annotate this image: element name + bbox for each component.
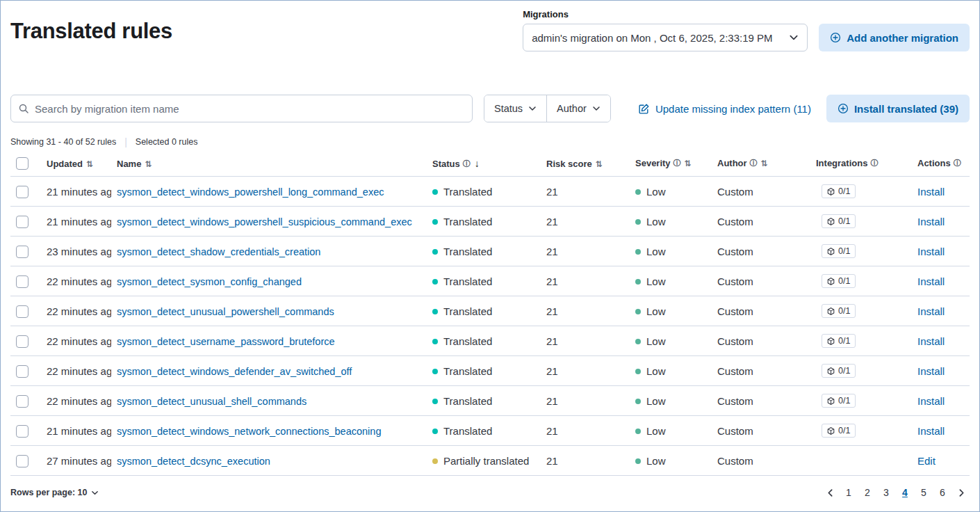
integrations-badge[interactable]: 0/1 [822,424,856,438]
package-icon [827,367,835,375]
chevron-down-icon [91,489,99,497]
search-input[interactable] [35,103,465,115]
column-header-status[interactable]: Statusⓘ↓ [427,152,541,177]
integrations-badge[interactable]: 0/1 [822,274,856,288]
author-cell: Custom [717,395,753,407]
rule-name-link[interactable]: sysmon_detect_windows_powershell_suspici… [117,216,412,227]
summary-divider: | [124,136,127,147]
row-action-link[interactable]: Install [917,395,945,407]
column-header-severity[interactable]: Severityⓘ⇅ [630,152,712,177]
row-checkbox[interactable] [16,275,28,288]
add-migration-button[interactable]: Add another migration [819,24,970,51]
page-button-2[interactable]: 2 [859,484,876,501]
row-checkbox[interactable] [16,246,28,258]
previous-page-button[interactable] [822,484,838,501]
row-action-link[interactable]: Edit [917,455,936,467]
migrations-row: admin's migration on Mon , Oct 6, 2025, … [523,24,970,51]
row-checkbox[interactable] [16,425,28,438]
author-cell: Custom [717,335,753,347]
row-checkbox[interactable] [16,335,28,348]
rule-name-link[interactable]: sysmon_detect_windows_network_connection… [117,426,381,437]
integrations-badge[interactable]: 0/1 [822,334,856,348]
status-dot [432,219,438,225]
integrations-badge[interactable]: 0/1 [822,394,856,408]
row-action-link[interactable]: Install [917,216,945,227]
install-translated-button[interactable]: Install translated (39) [826,95,970,122]
column-header-name[interactable]: Name⇅ [111,152,427,177]
rule-name-link[interactable]: sysmon_detect_unusual_powershell_command… [117,306,334,317]
author-cell: Custom [717,275,753,287]
column-header-updated[interactable]: Updated⇅ [41,152,111,177]
install-translated-label: Install translated (39) [854,103,958,115]
migration-select[interactable]: admin's migration on Mon , Oct 6, 2025, … [523,24,808,51]
status-filter-button[interactable]: Status [484,95,546,122]
row-action-link[interactable]: Install [917,365,945,377]
row-action-link[interactable]: Install [917,335,945,347]
status-text: Translated [443,186,492,198]
select-all-header [10,152,41,177]
rule-name-link[interactable]: sysmon_detect_username_password_brutefor… [117,336,335,347]
rows-per-page-button[interactable]: Rows per page: 10 [10,488,99,497]
table-row: 21 minutes ago sysmon_detect_windows_pow… [10,207,970,237]
next-page-button[interactable] [953,484,970,501]
risk-score-cell: 21 [546,216,558,227]
integrations-badge[interactable]: 0/1 [822,304,856,318]
integrations-count: 0/1 [838,246,850,256]
row-action-link[interactable]: Install [917,305,945,317]
row-action-link[interactable]: Install [917,425,945,437]
severity-text: Low [646,365,666,377]
page-button-1[interactable]: 1 [840,484,857,501]
status-text: Translated [443,305,492,317]
page-button-5[interactable]: 5 [915,484,932,501]
rule-name-link[interactable]: sysmon_detect_windows_defender_av_switch… [117,366,352,377]
chevron-right-icon [957,488,966,497]
page-button-4-active[interactable]: 4 [897,484,913,501]
info-icon: ⓘ [463,159,471,168]
integrations-badge[interactable]: 0/1 [822,244,856,258]
integrations-badge[interactable]: 0/1 [822,184,856,198]
table-row: 27 minutes ago sysmon_detect_dcsync_exec… [10,446,970,476]
package-icon [827,218,835,225]
table-footer: Rows per page: 10 1 2 3 4 5 6 [10,481,970,504]
rule-name-link[interactable]: sysmon_detect_shadow_credentials_creatio… [117,246,320,257]
risk-score-cell: 21 [546,246,558,257]
author-filter-button[interactable]: Author [546,95,610,122]
column-header-risk-score[interactable]: Risk score⇅ [541,152,630,177]
status-dot [432,369,438,374]
row-checkbox[interactable] [16,395,28,408]
status-text: Translated [443,275,492,287]
severity-dot [635,279,641,285]
row-action-link[interactable]: Install [917,186,945,198]
row-checkbox[interactable] [16,305,28,318]
search-icon [18,103,29,114]
status-text: Translated [443,365,492,377]
risk-score-cell: 21 [546,186,558,198]
severity-text: Low [646,216,666,227]
status-dot [432,189,438,195]
page-button-6[interactable]: 6 [934,484,951,501]
row-action-link[interactable]: Install [917,246,945,257]
table-row: 21 minutes ago sysmon_detect_windows_pow… [10,177,970,207]
filter-group: Status Author [484,95,611,122]
rule-name-link[interactable]: sysmon_detect_unusual_shell_commands [117,396,307,407]
row-checkbox[interactable] [16,186,28,198]
rule-name-link[interactable]: sysmon_detect_dcsync_execution [117,456,270,467]
integrations-count: 0/1 [838,186,850,196]
package-icon [827,397,835,405]
integrations-badge[interactable]: 0/1 [822,364,856,378]
rule-name-link[interactable]: sysmon_detect_sysmon_config_changed [117,276,302,287]
add-migration-label: Add another migration [847,32,958,44]
row-action-link[interactable]: Install [917,275,945,287]
rule-name-link[interactable]: sysmon_detect_windows_powershell_long_co… [117,186,384,198]
select-all-checkbox[interactable] [16,157,28,170]
status-text: Translated [443,395,492,407]
row-checkbox[interactable] [16,455,28,467]
page-button-3[interactable]: 3 [878,484,895,501]
table-row: 22 minutes ago sysmon_detect_unusual_pow… [10,296,970,326]
integrations-badge[interactable]: 0/1 [822,214,856,228]
column-header-author[interactable]: Authorⓘ⇅ [712,152,810,177]
row-checkbox[interactable] [16,216,28,228]
row-checkbox[interactable] [16,365,28,378]
updated-cell: 21 minutes ago [47,425,111,437]
update-index-pattern-link[interactable]: Update missing index pattern (11) [638,103,811,115]
